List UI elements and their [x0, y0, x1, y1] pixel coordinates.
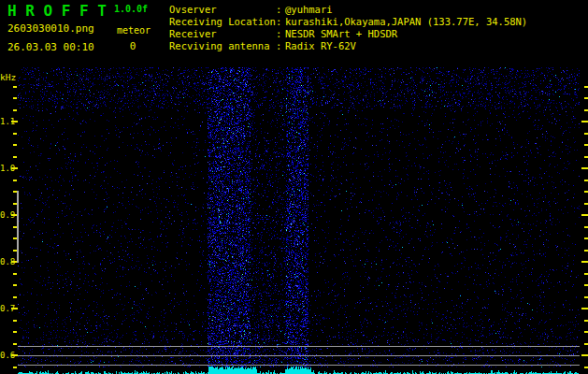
- freq-minor-tick-left: [13, 109, 17, 111]
- info-value: @yuhmari: [285, 4, 333, 16]
- spectrogram-canvas: [18, 67, 580, 367]
- info-row-observer: Ovserver:@yuhmari: [169, 4, 527, 16]
- freq-major-tick-right: [581, 167, 588, 169]
- app-version: 1.0.0f: [114, 4, 148, 14]
- freq-major-tick-right: [581, 261, 588, 263]
- freq-major-tick-left: [11, 354, 18, 356]
- freq-minor-tick-left: [13, 284, 17, 286]
- frequency-unit-label: kHz: [0, 72, 16, 82]
- freq-minor-tick-right: [584, 250, 588, 252]
- info-label: Receiving Location: [169, 16, 276, 28]
- freq-minor-tick-right: [584, 203, 588, 205]
- noise-level-trace-canvas: [18, 366, 580, 374]
- freq-minor-tick-right: [584, 144, 588, 146]
- count-range-marker-line: [17, 191, 19, 263]
- freq-minor-tick-right: [584, 273, 588, 275]
- freq-minor-tick-left: [13, 367, 17, 368]
- freq-minor-tick-right: [584, 367, 588, 368]
- freq-minor-tick-right: [584, 343, 588, 345]
- info-separator: :: [276, 40, 285, 52]
- info-value: Radix RY-62V: [285, 40, 356, 52]
- freq-minor-tick-right: [584, 191, 588, 193]
- freq-major-tick-right: [581, 354, 588, 356]
- freq-major-tick-right: [581, 308, 588, 309]
- freq-major-tick-left: [11, 308, 18, 309]
- meteor-count-value: 0: [120, 40, 146, 52]
- freq-minor-tick-right: [584, 284, 588, 286]
- freq-major-tick-left: [11, 121, 18, 122]
- freq-minor-tick-left: [13, 144, 17, 146]
- threshold-line: [18, 355, 580, 356]
- freq-minor-tick-left: [13, 156, 17, 158]
- info-value: kurashiki,Okayama,JAPAN (133.77E, 34.58N…: [285, 16, 527, 28]
- meteor-count-label: meteor: [117, 25, 151, 36]
- hrofft-screen: H R O F F T 1.0.0f 2603030010.png meteor…: [0, 0, 588, 374]
- output-filename: 2603030010.png: [7, 22, 94, 35]
- freq-minor-tick-left: [13, 343, 17, 345]
- freq-minor-tick-left: [13, 331, 17, 333]
- freq-minor-tick-right: [584, 133, 588, 135]
- freq-minor-tick-left: [13, 133, 17, 135]
- freq-axis-label: 1.0: [0, 164, 11, 173]
- info-value: NESDR SMArt + HDSDR: [285, 28, 397, 40]
- info-label: Ovserver: [169, 4, 276, 16]
- freq-minor-tick-right: [584, 331, 588, 333]
- freq-major-tick-right: [581, 214, 588, 216]
- freq-minor-tick-right: [584, 180, 588, 181]
- freq-minor-tick-left: [13, 273, 17, 275]
- freq-minor-tick-right: [584, 97, 588, 99]
- freq-minor-tick-right: [584, 109, 588, 111]
- freq-major-tick-right: [581, 121, 588, 122]
- info-label: Recviving antenna: [169, 40, 276, 52]
- freq-axis-label: 0.7: [0, 304, 11, 313]
- info-label: Receiver: [169, 28, 276, 40]
- freq-minor-tick-right: [584, 226, 588, 228]
- observation-datetime: 26.03.03 00:10: [7, 41, 94, 53]
- info-row-antenna: Recviving antenna:Radix RY-62V: [169, 40, 527, 52]
- freq-minor-tick-left: [13, 97, 17, 99]
- freq-minor-tick-right: [584, 156, 588, 158]
- info-separator: :: [276, 4, 285, 16]
- freq-minor-tick-left: [13, 320, 17, 322]
- freq-axis-label: 1.1: [0, 117, 11, 126]
- info-separator: :: [276, 16, 285, 28]
- freq-minor-tick-left: [13, 86, 17, 88]
- observer-info-block: Ovserver:@yuhmari Receiving Location:kur…: [169, 4, 527, 52]
- freq-axis-label: 0.9: [0, 210, 11, 220]
- freq-minor-tick-right: [584, 237, 588, 239]
- freq-minor-tick-right: [584, 86, 588, 88]
- freq-minor-tick-left: [13, 180, 17, 181]
- freq-minor-tick-right: [584, 296, 588, 298]
- info-row-location: Receiving Location:kurashiki,Okayama,JAP…: [169, 16, 527, 28]
- freq-axis-label: 0.6: [0, 351, 11, 360]
- threshold-line: [18, 346, 580, 347]
- freq-axis-label: 0.8: [0, 257, 11, 266]
- app-title: H R O F F T: [7, 2, 107, 20]
- freq-minor-tick-right: [584, 320, 588, 322]
- info-row-receiver: Receiver:NESDR SMArt + HDSDR: [169, 28, 527, 40]
- info-separator: :: [276, 28, 285, 40]
- freq-minor-tick-left: [13, 296, 17, 298]
- freq-major-tick-left: [11, 167, 18, 169]
